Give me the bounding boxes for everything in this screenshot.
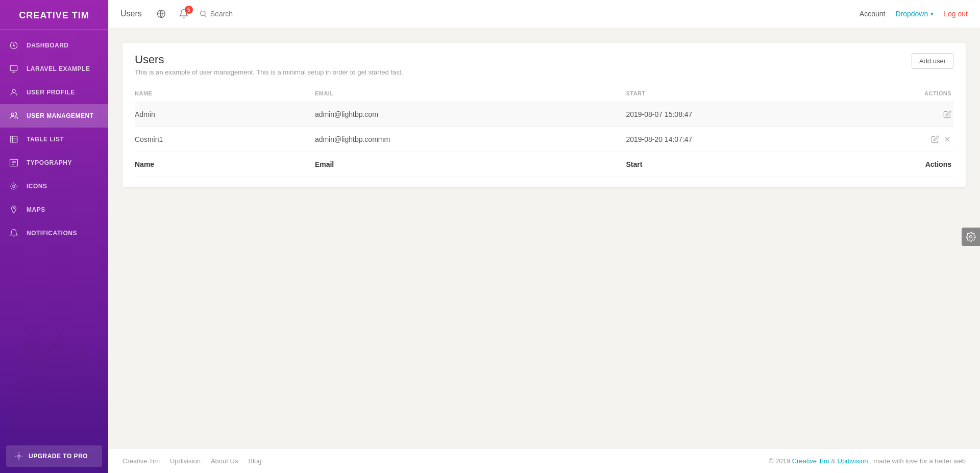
- cell-start: 2019-08-07 15:08:47: [626, 102, 855, 127]
- typography-icon: [8, 157, 19, 168]
- search-input[interactable]: [210, 10, 272, 18]
- laravel-icon: [8, 63, 19, 74]
- main-wrapper: Users 5 Account Dropdown Log out: [108, 0, 980, 473]
- cell-email: admin@lightbp.commm: [315, 127, 626, 152]
- svg-rect-4: [10, 136, 17, 142]
- add-user-button[interactable]: Add user: [912, 53, 953, 69]
- notifications-icon: [8, 228, 19, 239]
- footer-ampersand: &: [831, 457, 837, 465]
- upgrade-btn-label: UPGRADE TO PRO: [29, 453, 88, 460]
- user-profile-icon: [8, 87, 19, 98]
- card-subtitle: This is an example of user management. T…: [135, 68, 403, 76]
- icons-icon: [8, 181, 19, 192]
- topnav-right: Account Dropdown Log out: [860, 10, 968, 18]
- user-management-icon: [8, 110, 19, 121]
- svg-point-2: [12, 89, 15, 92]
- topnav: Users 5 Account Dropdown Log out: [108, 0, 980, 28]
- sidebar-item-label: DASHBOARD: [27, 42, 69, 49]
- content-area: Users This is an example of user managem…: [108, 28, 980, 449]
- footer-tagline: , made with love for a better web: [870, 457, 966, 465]
- notification-bell-button[interactable]: 5: [177, 7, 191, 21]
- sidebar-item-table-list[interactable]: TABLE LIST: [0, 128, 108, 151]
- sidebar-nav: DASHBOARD LARAVEL EXAMPLE USER PROFILE: [0, 30, 108, 439]
- topnav-title: Users: [120, 9, 142, 18]
- card-title: Users: [135, 53, 403, 66]
- sidebar-item-label: USER PROFILE: [27, 89, 75, 96]
- cell-start: 2019-08-20 14:07:47: [626, 127, 855, 152]
- account-link[interactable]: Account: [860, 10, 886, 18]
- card-title-block: Users This is an example of user managem…: [135, 53, 403, 76]
- cell-actions: [855, 127, 954, 152]
- sidebar-item-icons[interactable]: ICONS: [0, 175, 108, 198]
- sidebar-item-label: MAPS: [27, 206, 45, 213]
- sidebar-item-notifications[interactable]: NOTIFICATIONS: [0, 221, 108, 245]
- table-list-icon: [8, 134, 19, 145]
- footer-link-about-us[interactable]: About Us: [211, 457, 238, 465]
- svg-point-13: [13, 208, 15, 209]
- svg-point-3: [11, 113, 14, 115]
- edit-icon[interactable]: [943, 110, 951, 118]
- cell-name: Cosmin1: [135, 127, 315, 152]
- footer-cell-name: Name: [135, 152, 315, 177]
- sidebar-item-label: NOTIFICATIONS: [27, 230, 77, 237]
- dropdown-link[interactable]: Dropdown: [895, 10, 934, 18]
- col-header-name: NAME: [135, 86, 315, 102]
- sidebar-item-dashboard[interactable]: DASHBOARD: [0, 34, 108, 57]
- svg-point-19: [970, 235, 972, 238]
- sidebar-item-label: TYPOGRAPHY: [27, 159, 72, 166]
- users-table: NAME EMAIL START ACTIONS Admin admin@lig…: [135, 86, 953, 177]
- search-icon: [199, 10, 207, 18]
- settings-gear-button[interactable]: [962, 228, 980, 246]
- footer-link-creative-tim[interactable]: Creative Tim: [122, 457, 160, 465]
- logo-text: CREATIVE TIM: [19, 10, 89, 20]
- table-footer-row: Name Email Start Actions: [135, 152, 953, 177]
- upgrade-to-pro-button[interactable]: UPGRADE TO PRO: [6, 445, 102, 467]
- svg-point-12: [13, 185, 15, 188]
- footer-copyright: © 2019: [769, 457, 792, 465]
- maps-icon: [8, 204, 19, 215]
- sidebar-logo: CREATIVE TIM: [0, 0, 108, 30]
- card-header: Users This is an example of user managem…: [135, 53, 953, 76]
- cell-email: admin@lightbp.com: [315, 102, 626, 127]
- col-header-email: EMAIL: [315, 86, 626, 102]
- globe-button[interactable]: [154, 7, 168, 21]
- sidebar-item-label: USER MANAGEMENT: [27, 112, 94, 119]
- cell-actions: [855, 102, 954, 127]
- svg-rect-1: [10, 65, 17, 71]
- dashboard-icon: [8, 40, 19, 51]
- sidebar-item-user-profile[interactable]: USER PROFILE: [0, 81, 108, 104]
- delete-icon[interactable]: [943, 135, 951, 143]
- footer-cell-start: Start: [626, 152, 855, 177]
- col-header-start: START: [626, 86, 855, 102]
- users-card: Users This is an example of user managem…: [122, 43, 966, 187]
- gear-icon: [966, 232, 976, 242]
- footer-link-updivision[interactable]: Updivision: [170, 457, 201, 465]
- footer-links: Creative Tim Updivision About Us Blog: [122, 457, 261, 465]
- action-icons: [855, 135, 952, 143]
- search-box[interactable]: [199, 10, 272, 18]
- sidebar: CREATIVE TIM DASHBOARD LARAVEL EXAMPLE: [0, 0, 108, 473]
- sidebar-item-user-management[interactable]: USER MANAGEMENT: [0, 104, 108, 128]
- col-header-actions: ACTIONS: [855, 86, 954, 102]
- footer-updivision-link[interactable]: Updivision: [838, 457, 868, 465]
- table-row: Admin admin@lightbp.com 2019-08-07 15:08…: [135, 102, 953, 127]
- table-row: Cosmin1 admin@lightbp.commm 2019-08-20 1…: [135, 127, 953, 152]
- svg-point-16: [200, 11, 205, 16]
- edit-icon[interactable]: [931, 135, 939, 143]
- sidebar-item-label: LARAVEL EXAMPLE: [27, 65, 90, 72]
- sidebar-item-label: ICONS: [27, 183, 47, 190]
- cell-name: Admin: [135, 102, 315, 127]
- notification-badge: 5: [185, 6, 193, 14]
- sidebar-item-typography[interactable]: TYPOGRAPHY: [0, 151, 108, 175]
- sidebar-item-laravel-example[interactable]: LARAVEL EXAMPLE: [0, 57, 108, 81]
- sidebar-item-maps[interactable]: MAPS: [0, 198, 108, 221]
- action-icons: [855, 110, 952, 118]
- footer-creative-tim-link[interactable]: Creative Tim: [792, 457, 829, 465]
- footer-cell-email: Email: [315, 152, 626, 177]
- sidebar-item-label: TABLE LIST: [27, 136, 64, 143]
- svg-point-14: [18, 455, 20, 458]
- footer-cell-actions: Actions: [855, 152, 954, 177]
- footer-link-blog[interactable]: Blog: [248, 457, 261, 465]
- logout-link[interactable]: Log out: [944, 10, 968, 18]
- footer-right: © 2019 Creative Tim & Updivision , made …: [769, 457, 966, 465]
